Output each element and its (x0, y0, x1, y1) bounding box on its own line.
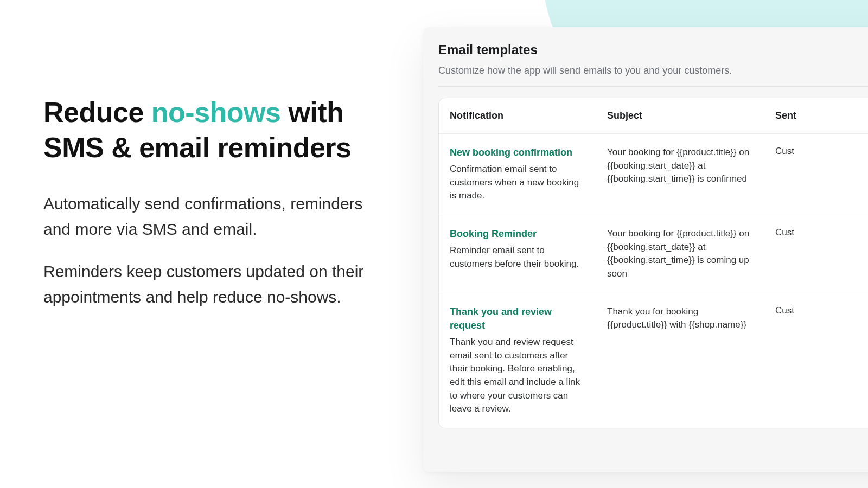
col-header-sent: Sent (764, 98, 868, 133)
table-row[interactable]: Thank you and review request Thank you a… (439, 293, 868, 428)
cell-sent: Cust (764, 134, 868, 215)
panel-subtitle: Customize how the app will send emails t… (438, 65, 868, 76)
email-templates-table: Notification Subject Sent New booking co… (438, 98, 868, 428)
col-header-subject: Subject (596, 98, 764, 133)
cell-notification: New booking confirmation Confirmation em… (439, 134, 596, 215)
table-row[interactable]: Booking Reminder Reminder email sent to … (439, 215, 868, 293)
marketing-copy: Reduce no-shows with SMS & email reminde… (43, 95, 391, 310)
table-row[interactable]: New booking confirmation Confirmation em… (439, 133, 868, 215)
notification-description: Confirmation email sent to customers whe… (450, 163, 585, 203)
cell-sent: Cust (764, 293, 868, 428)
cell-notification: Thank you and review request Thank you a… (439, 293, 596, 428)
col-header-notification: Notification (439, 98, 596, 133)
notification-description: Reminder email sent to customers before … (450, 244, 585, 271)
notification-title-link[interactable]: Booking Reminder (450, 227, 585, 241)
headline-pre: Reduce (43, 97, 151, 128)
cell-subject: Your booking for {{product.title}} on {{… (596, 215, 764, 293)
paragraph-1: Automatically send confirmations, remind… (43, 191, 391, 242)
email-templates-panel: Email templates Customize how the app wi… (423, 27, 868, 472)
divider (438, 86, 868, 87)
table-header-row: Notification Subject Sent (439, 98, 868, 133)
cell-sent: Cust (764, 215, 868, 293)
headline-accent: no-shows (151, 97, 281, 128)
notification-title-link[interactable]: New booking confirmation (450, 146, 585, 159)
cell-subject: Thank you for booking {{product.title}} … (596, 293, 764, 428)
paragraph-2: Reminders keep customers updated on thei… (43, 259, 391, 310)
notification-title-link[interactable]: Thank you and review request (450, 305, 585, 332)
cell-notification: Booking Reminder Reminder email sent to … (439, 215, 596, 293)
notification-description: Thank you and review request email sent … (450, 336, 585, 416)
headline: Reduce no-shows with SMS & email reminde… (43, 95, 391, 165)
panel-title: Email templates (438, 42, 868, 57)
cell-subject: Your booking for {{product.title}} on {{… (596, 134, 764, 215)
